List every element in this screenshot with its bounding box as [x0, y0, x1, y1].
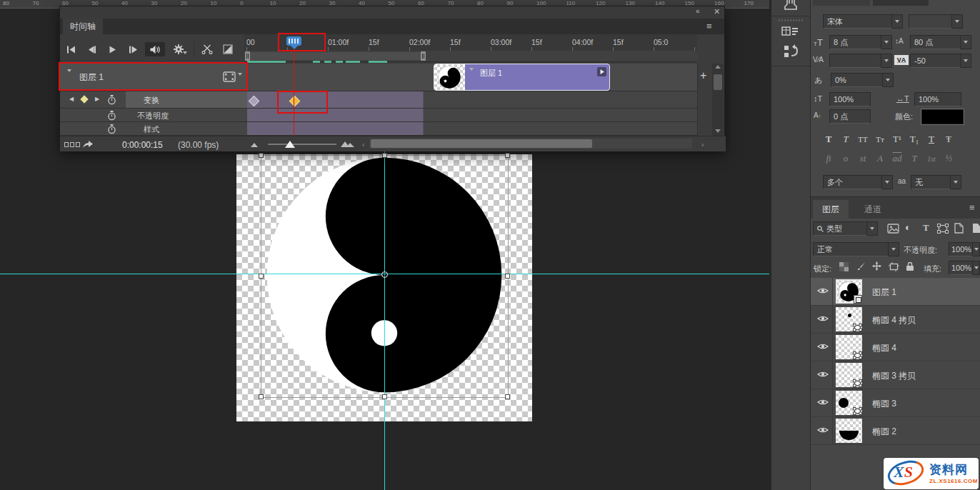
contextual-alternates-button[interactable]: o [838, 152, 854, 165]
font-style-field[interactable] [909, 14, 952, 29]
fill-field[interactable]: 100% [949, 261, 973, 275]
text-color-swatch[interactable] [921, 109, 964, 124]
layer-row[interactable]: 椭圆 3 拷贝 [811, 361, 980, 389]
panel-menu-icon[interactable]: ≡ [706, 21, 712, 31]
language-field[interactable]: 多个 [823, 175, 882, 189]
filter-smart-objects-icon[interactable] [954, 223, 964, 234]
font-family-field[interactable]: 宋体 [823, 14, 892, 29]
layer-row[interactable]: 图层 1 [811, 278, 980, 306]
layer-row[interactable]: 椭圆 2 [811, 417, 980, 445]
fractions-button[interactable]: ½ [941, 152, 956, 165]
clone-source-panel-icon[interactable] [783, 0, 799, 11]
timeline-zoom-slider[interactable] [268, 144, 336, 145]
tab-layers[interactable]: 图层 [813, 200, 849, 219]
close-panel-icon[interactable]: ✕ [714, 8, 720, 16]
visibility-eye-icon[interactable] [817, 426, 829, 434]
transform-handle[interactable] [259, 274, 264, 279]
mute-audio-button[interactable] [145, 42, 165, 56]
filter-shape-layers-icon[interactable] [937, 224, 949, 234]
faux-italic-button[interactable]: T [838, 133, 854, 146]
tab-channels[interactable]: 通道 [855, 200, 891, 219]
transform-handle[interactable] [382, 153, 387, 158]
timeline-vertical-scrollbar[interactable] [712, 64, 724, 136]
filter-adjustment-layers-icon[interactable]: ◐ [905, 221, 911, 233]
stopwatch-icon[interactable] [107, 111, 116, 121]
lock-position-move-icon[interactable] [872, 261, 881, 271]
filter-more-icon[interactable] [972, 223, 980, 234]
scroll-down-icon[interactable] [715, 129, 721, 133]
titling-alternates-button[interactable]: T [906, 152, 922, 165]
transform-handle[interactable] [505, 394, 510, 399]
tsume-field[interactable]: 0% [831, 73, 883, 87]
render-export-icon[interactable] [81, 140, 94, 149]
go-to-first-frame-button[interactable] [62, 42, 79, 56]
blend-mode-field[interactable]: 正常 [813, 242, 889, 256]
visibility-eye-icon[interactable] [817, 314, 829, 323]
property-header-opacity[interactable]: 不透明度 [60, 109, 247, 122]
layer-row[interactable]: 椭圆 4 拷贝 [811, 306, 980, 334]
clip-motion-badge[interactable] [597, 67, 606, 76]
visibility-eye-icon[interactable] [817, 286, 829, 295]
stopwatch-icon[interactable] [107, 95, 116, 105]
property-header-style[interactable]: 样式 [60, 122, 247, 136]
transform-handle[interactable] [382, 394, 387, 399]
font-size-field[interactable]: 8 点 [829, 35, 881, 49]
split-at-playhead-button[interactable] [199, 42, 216, 56]
layer-thumbnail[interactable] [836, 335, 862, 359]
opacity-field[interactable]: 100% [949, 242, 973, 256]
baseline-shift-field[interactable]: 0 点 [829, 109, 871, 124]
scrollbar-thumb[interactable] [371, 139, 592, 148]
visibility-eye-icon[interactable] [817, 342, 829, 351]
horizontal-scale-field[interactable]: 100% [914, 92, 961, 106]
discretionary-ligatures-button[interactable]: st [855, 152, 871, 165]
transform-handle[interactable] [505, 153, 510, 158]
superscript-button[interactable]: T¹ [889, 133, 905, 146]
history-panel-icon[interactable] [783, 44, 800, 60]
fill-dropdown[interactable] [973, 261, 980, 275]
swash-button[interactable]: A [872, 152, 888, 165]
filter-pixel-layers-icon[interactable] [887, 224, 899, 234]
layer-row[interactable]: 椭圆 4 [811, 334, 980, 361]
tracking-field[interactable]: -50 [910, 54, 961, 68]
layers-panel-menu-icon[interactable]: ≡ [969, 203, 975, 212]
previous-keyframe-arrow-icon[interactable]: ◀ [69, 96, 74, 102]
stopwatch-icon[interactable] [107, 124, 116, 134]
timeline-horizontal-scrollbar[interactable] [369, 139, 692, 149]
layer-thumbnail[interactable] [836, 419, 862, 443]
lock-transparency-icon[interactable] [839, 262, 849, 271]
leading-dropdown[interactable] [961, 35, 971, 49]
stylistic-alternates-button[interactable]: ad [889, 152, 905, 165]
work-area-end-bracket[interactable] [421, 51, 426, 61]
collapse-panel-icon[interactable]: « [696, 8, 700, 15]
antialias-field[interactable]: 无 [911, 175, 951, 189]
tab-timeline[interactable]: 时间轴 [63, 19, 103, 34]
layer-thumbnail[interactable] [836, 279, 862, 304]
small-caps-button[interactable]: Tᴛ [872, 133, 888, 146]
all-caps-button[interactable]: TT [855, 133, 871, 146]
transform-center-point[interactable] [381, 271, 388, 278]
scroll-up-icon[interactable] [715, 65, 721, 69]
faux-bold-button[interactable]: T [821, 133, 836, 146]
standard-ligatures-button[interactable]: fi [821, 152, 836, 165]
hscroll-left-icon[interactable]: ‹ [362, 141, 364, 149]
transition-button[interactable] [219, 42, 236, 56]
visibility-eye-icon[interactable] [817, 370, 829, 379]
scrollbar-thumb[interactable] [714, 74, 722, 90]
strikethrough-button[interactable]: Ŧ [941, 133, 956, 146]
properties-panel-icon[interactable] [781, 26, 800, 40]
character-panel-tab-stub[interactable] [813, 0, 870, 6]
property-header-transform[interactable]: ◀ ▶ 变换 [60, 91, 247, 109]
leading-field[interactable]: 80 点 [910, 35, 961, 49]
layer-filter-kind-field[interactable]: 类型 [813, 221, 867, 236]
kerning-dropdown[interactable] [881, 54, 892, 68]
transform-handle[interactable] [505, 274, 510, 279]
kerning-field[interactable] [829, 54, 881, 68]
layer-thumbnail[interactable] [836, 391, 862, 415]
language-dropdown[interactable] [882, 175, 893, 189]
blend-mode-dropdown[interactable] [889, 242, 899, 256]
zoom-out-mountain-icon[interactable] [251, 142, 261, 147]
underline-button[interactable]: T [924, 133, 939, 146]
layer-row[interactable]: 椭圆 3 [811, 389, 980, 417]
layer-thumbnail[interactable] [836, 363, 862, 387]
font-style-dropdown[interactable] [952, 14, 963, 29]
